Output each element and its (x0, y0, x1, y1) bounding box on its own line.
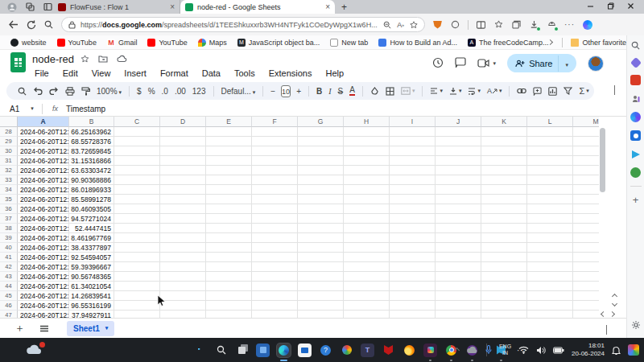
show-desktop-icon[interactable] (628, 344, 639, 356)
cell-J32[interactable] (436, 166, 481, 175)
cell-E32[interactable] (206, 166, 252, 175)
cell-C47[interactable] (114, 311, 160, 318)
row-header-40[interactable]: 40 (0, 243, 18, 253)
cell-J28[interactable] (436, 127, 481, 137)
bookmark-gmail[interactable]: MGmail (107, 39, 138, 47)
cell-G28[interactable] (298, 127, 344, 137)
cell-F45[interactable] (252, 291, 298, 301)
star-icon[interactable] (80, 55, 89, 65)
cell-C31[interactable] (114, 156, 160, 166)
cell-G45[interactable] (298, 291, 344, 301)
split-screen-icon[interactable] (476, 19, 486, 30)
cell-B45[interactable]: 14.26839541 (69, 291, 114, 301)
collections-icon[interactable] (511, 19, 522, 30)
bold-button[interactable]: B (316, 87, 322, 96)
wifi-icon[interactable] (518, 346, 529, 354)
cell-H31[interactable] (344, 156, 390, 166)
cell-J34[interactable] (436, 185, 481, 195)
cell-C45[interactable] (114, 291, 160, 301)
cell-E47[interactable] (206, 311, 252, 318)
format-percent-button[interactable]: % (148, 87, 155, 96)
cell-E34[interactable] (206, 185, 252, 195)
cell-E45[interactable] (206, 291, 252, 301)
cell-L46[interactable] (527, 301, 573, 311)
battery-icon[interactable] (553, 347, 564, 354)
cell-C37[interactable] (114, 214, 160, 224)
extension-icon[interactable] (450, 19, 460, 30)
firefox-icon[interactable] (402, 343, 416, 357)
cell-A30[interactable]: 2024-06-20T12: (18, 146, 69, 156)
cell-D33[interactable] (160, 175, 206, 185)
cell-D45[interactable] (160, 291, 206, 301)
select-all-corner[interactable] (0, 117, 18, 127)
column-header-H[interactable]: H (344, 117, 390, 127)
cell-J47[interactable] (436, 311, 481, 318)
column-header-D[interactable]: D (160, 117, 206, 127)
row-header-38[interactable]: 38 (0, 224, 18, 233)
cell-H40[interactable] (344, 243, 390, 253)
cell-D44[interactable] (160, 282, 206, 291)
row-header-46[interactable]: 46 (0, 301, 18, 311)
cell-B33[interactable]: 90.90368886 (69, 175, 114, 185)
cell-L39[interactable] (527, 233, 573, 243)
cell-G34[interactable] (298, 185, 344, 195)
meet-camera-icon[interactable]: ▾ (477, 59, 497, 68)
bookmark-new-tab[interactable]: New tab (330, 39, 368, 47)
cell-L36[interactable] (527, 204, 573, 214)
cell-K42[interactable] (481, 262, 527, 272)
menu-data[interactable]: Data (198, 68, 225, 79)
cell-E33[interactable] (206, 175, 252, 185)
cell-L38[interactable] (527, 224, 573, 233)
cell-I31[interactable] (390, 156, 436, 166)
cell-I38[interactable] (390, 224, 436, 233)
comments-icon[interactable] (455, 57, 466, 69)
bookmark-website[interactable]: website (10, 39, 47, 47)
cell-C34[interactable] (114, 185, 160, 195)
other-favorites[interactable]: Other favorites (571, 39, 630, 47)
sidebar-add-icon[interactable]: + (630, 195, 641, 205)
cell-D43[interactable] (160, 272, 206, 282)
share-dropdown-icon[interactable]: ▾ (558, 56, 573, 72)
cell-G31[interactable] (298, 156, 344, 166)
cell-K34[interactable] (481, 185, 527, 195)
cell-H41[interactable] (344, 253, 390, 262)
cell-J30[interactable] (436, 146, 481, 156)
cell-D42[interactable] (160, 262, 206, 272)
cell-I45[interactable] (390, 291, 436, 301)
cell-L32[interactable] (527, 166, 573, 175)
bookmark-how-to-build[interactable]: How to Build an Ad... (378, 39, 457, 47)
insert-link-icon[interactable] (517, 88, 526, 94)
vertical-scrollbar[interactable] (600, 128, 605, 192)
cell-J35[interactable] (436, 195, 481, 204)
formula-input[interactable]: Timestamp (66, 105, 105, 113)
cell-I33[interactable] (390, 175, 436, 185)
refresh-icon[interactable] (27, 20, 36, 30)
cell-C38[interactable] (114, 224, 160, 233)
cell-K35[interactable] (481, 195, 527, 204)
cell-A47[interactable]: 2024-06-20T12: (18, 311, 69, 318)
copilot-icon[interactable] (582, 19, 592, 30)
cell-M30[interactable] (573, 146, 599, 156)
cell-M40[interactable] (573, 243, 599, 253)
cell-M41[interactable] (573, 253, 599, 262)
cell-M36[interactable] (573, 204, 599, 214)
cell-M46[interactable] (573, 301, 599, 311)
cell-A45[interactable]: 2024-06-20T12: (18, 291, 69, 301)
row-header-34[interactable]: 34 (0, 185, 18, 195)
cell-J45[interactable] (436, 291, 481, 301)
cell-B39[interactable]: 8.461967769 (69, 233, 114, 243)
slack-icon[interactable] (423, 343, 437, 357)
more-formats-button[interactable]: 123 (192, 87, 206, 96)
cell-A42[interactable]: 2024-06-20T12: (18, 262, 69, 272)
insert-chart-icon[interactable] (548, 87, 557, 96)
widgets-icon[interactable] (256, 343, 270, 357)
sidebar-settings-gear-icon[interactable] (630, 319, 641, 330)
cell-H39[interactable] (344, 233, 390, 243)
downloads-icon[interactable] (529, 19, 539, 30)
bookmark-javascript-object[interactable]: MJavaScript object ba... (237, 39, 320, 47)
cell-F29[interactable] (252, 137, 298, 146)
redo-icon[interactable] (49, 87, 59, 95)
text-rotation-icon[interactable]: A▾ (487, 87, 502, 95)
cell-C42[interactable] (114, 262, 160, 272)
cell-G46[interactable] (298, 301, 344, 311)
